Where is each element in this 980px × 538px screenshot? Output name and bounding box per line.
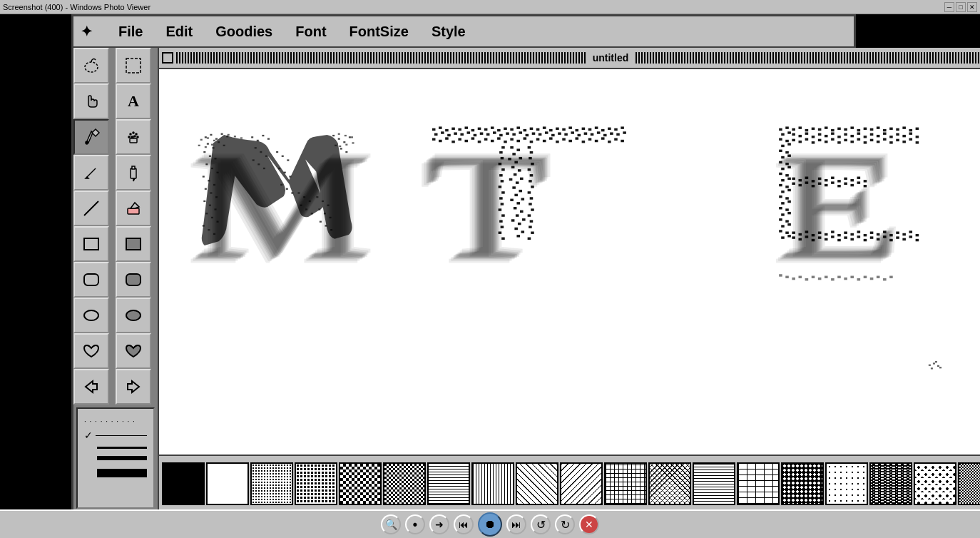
swatch-diag2[interactable] — [560, 462, 603, 505]
heart-tool[interactable] — [73, 333, 109, 369]
svg-rect-414 — [939, 367, 941, 368]
svg-rect-147 — [584, 132, 588, 134]
svg-rect-344 — [916, 141, 919, 143]
fill-heart-tool[interactable] — [116, 333, 151, 369]
svg-rect-477 — [889, 276, 893, 278]
svg-rect-460 — [779, 274, 782, 276]
svg-rect-1 — [126, 59, 141, 73]
menu-edit[interactable]: Edit — [161, 22, 197, 41]
svg-rect-151 — [610, 132, 613, 134]
spray-e: E E E E E E E E E E — [770, 118, 906, 295]
doc-title: untitled — [587, 52, 635, 64]
pattern-row-thin[interactable]: ✓ — [84, 430, 147, 441]
menu-font[interactable]: Font — [291, 22, 330, 41]
text-tool[interactable]: A — [116, 83, 151, 119]
swatch-brick[interactable] — [737, 462, 780, 505]
pattern-row-thick[interactable] — [84, 456, 147, 460]
swatch-wave[interactable] — [693, 462, 735, 505]
svg-point-20 — [84, 310, 98, 320]
svg-line-11 — [87, 168, 96, 177]
svg-rect-411 — [937, 365, 939, 367]
mac-menubar: ✦ File Edit Goodies Font FontSize Style — [73, 16, 854, 48]
svg-rect-469 — [837, 276, 841, 278]
apple-menu[interactable]: ✦ — [81, 23, 93, 40]
paint-bucket-tool[interactable] — [73, 119, 109, 155]
rect-tool[interactable] — [73, 226, 109, 262]
swatch-zigzag[interactable] — [869, 462, 912, 505]
paint-canvas-svg[interactable]: M M M M M M M M M M M — [159, 69, 980, 455]
svg-text:T: T — [424, 123, 546, 291]
ellipse-tool[interactable] — [73, 298, 109, 333]
fill-ellipse-tool[interactable] — [116, 298, 151, 333]
svg-rect-461 — [785, 276, 789, 278]
close-photo-button[interactable]: ✕ — [579, 514, 599, 534]
spray-tool[interactable] — [116, 119, 151, 155]
fill-round-rect-tool[interactable] — [116, 262, 151, 298]
swatch-crosshatch[interactable] — [648, 462, 691, 505]
menu-fontsize[interactable]: FontSize — [345, 22, 413, 41]
arrow-left-tool[interactable] — [73, 369, 109, 405]
mac-document: A — [73, 48, 854, 512]
menu-goodies[interactable]: Goodies — [211, 22, 277, 41]
swatch-checker[interactable] — [339, 462, 382, 505]
svg-rect-387 — [909, 230, 913, 233]
rotate-right-button[interactable]: ↻ — [555, 514, 575, 534]
close-button[interactable]: ✕ — [967, 2, 977, 12]
svg-rect-12 — [131, 168, 136, 178]
arrow-right-tool[interactable] — [116, 369, 151, 405]
svg-rect-180 — [601, 137, 605, 139]
svg-rect-114 — [562, 128, 566, 131]
svg-rect-472 — [857, 278, 861, 280]
swatch-vlines[interactable] — [471, 462, 514, 505]
swatch-dots2[interactable] — [781, 462, 824, 505]
current-frame-button[interactable]: ⏺ — [478, 512, 502, 537]
swatch-hlines[interactable] — [427, 462, 470, 505]
first-frame-button[interactable]: ⏮ — [454, 514, 474, 534]
pattern-strip — [159, 455, 980, 512]
dot-button[interactable]: • — [405, 514, 425, 534]
ink-bottle-tool[interactable] — [116, 155, 151, 191]
selection-tool[interactable] — [116, 48, 151, 83]
swatch-sparse[interactable] — [825, 462, 868, 505]
menu-file[interactable]: File — [114, 22, 147, 41]
zoom-button[interactable]: 🔍 — [381, 514, 401, 534]
last-frame-button[interactable]: ⏭ — [506, 514, 526, 534]
svg-rect-153 — [623, 131, 626, 133]
minimize-button[interactable]: ─ — [944, 2, 954, 12]
svg-rect-181 — [608, 141, 611, 143]
fill-rect-tool[interactable] — [116, 226, 151, 262]
svg-rect-179 — [595, 140, 598, 142]
swatch-white[interactable] — [206, 462, 249, 505]
pattern-row-thicker[interactable] — [84, 469, 147, 477]
svg-rect-473 — [864, 276, 867, 278]
swatch-diag1[interactable] — [516, 462, 558, 505]
svg-rect-152 — [616, 133, 620, 136]
swatch-checker-small[interactable] — [383, 462, 426, 505]
svg-rect-467 — [825, 276, 828, 278]
eraser-tool[interactable] — [116, 191, 151, 226]
rotate-left-button[interactable]: ↺ — [531, 514, 551, 534]
doc-close-box[interactable] — [162, 52, 173, 64]
swatch-dots-light[interactable] — [250, 462, 293, 505]
line-tool[interactable] — [73, 191, 109, 226]
swatch-dots-medium[interactable] — [295, 462, 337, 505]
swatch-dense-checker[interactable] — [958, 462, 980, 505]
swatch-black[interactable] — [162, 462, 205, 505]
svg-rect-324 — [916, 136, 919, 138]
svg-rect-388 — [916, 234, 919, 236]
restore-button[interactable]: □ — [956, 2, 966, 12]
hand-tool[interactable] — [73, 83, 109, 119]
svg-rect-143 — [558, 132, 561, 134]
pattern-row-medium[interactable] — [84, 447, 147, 449]
swatch-grid[interactable] — [604, 462, 647, 505]
forward-button[interactable]: ➜ — [429, 514, 449, 534]
windows-title-text: Screenshot (400) - Windows Photo Viewer — [3, 3, 150, 11]
round-rect-tool[interactable] — [73, 262, 109, 298]
svg-rect-407 — [909, 235, 913, 238]
menu-style[interactable]: Style — [427, 22, 470, 41]
lasso-tool[interactable] — [73, 48, 109, 83]
canvas-area[interactable]: M M M M M M M M M M M — [159, 69, 980, 455]
svg-rect-121 — [608, 128, 611, 130]
swatch-hex[interactable] — [914, 462, 956, 505]
pencil-tool[interactable] — [73, 155, 109, 191]
